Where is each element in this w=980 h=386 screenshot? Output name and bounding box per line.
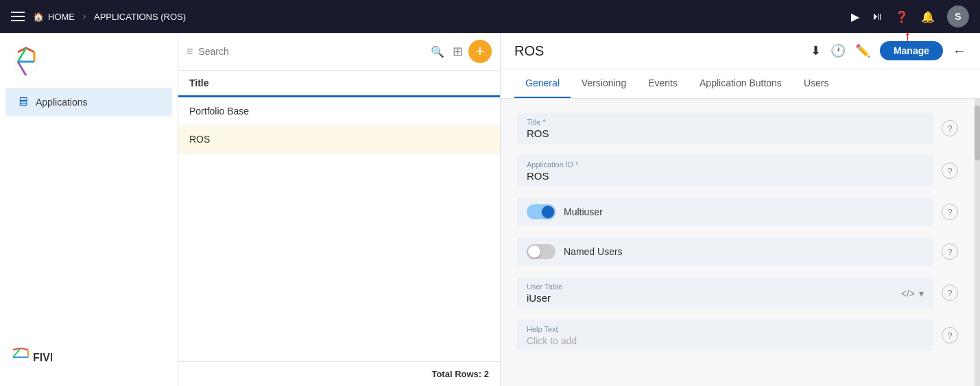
- detail-scrollbar[interactable]: [975, 99, 980, 386]
- media-icon[interactable]: ⏯: [872, 10, 883, 23]
- namedusers-row: Named Users ?: [517, 237, 958, 266]
- detail-tabs: General Versioning Events Application Bu…: [501, 69, 980, 99]
- detail-panel: ROS ⬇ 🕐 ✏️ Manage ↑ ← General Versioning…: [501, 33, 980, 386]
- multiuser-help-icon[interactable]: ?: [942, 204, 958, 220]
- title-help-icon[interactable]: ?: [942, 120, 958, 136]
- helptext-label: Help Text: [527, 325, 924, 333]
- tab-versioning[interactable]: Versioning: [571, 69, 637, 98]
- top-nav: 🏠 HOME › APPLICATIONS (ROS) ▶ ⏯ ❓ 🔔 S: [0, 0, 980, 33]
- usertable-field[interactable]: User Table iUser </> ▾: [517, 277, 933, 309]
- manage-button[interactable]: Manage: [880, 41, 943, 60]
- five-logo-icon: [11, 47, 41, 77]
- history-icon[interactable]: 🕐: [830, 43, 846, 58]
- detail-actions: ⬇ 🕐 ✏️ Manage ↑ ←: [811, 41, 966, 60]
- add-button[interactable]: +: [468, 40, 492, 63]
- layout-icon[interactable]: ⊞: [453, 44, 463, 59]
- multiuser-toggle[interactable]: [527, 204, 555, 219]
- edit-icon[interactable]: ✏️: [855, 43, 870, 58]
- appid-row: Application ID * ROS ?: [517, 155, 958, 186]
- breadcrumb-current: APPLICATIONS (ROS): [94, 12, 186, 22]
- list-footer: Total Rows: 2: [178, 361, 500, 386]
- helptext-help-icon[interactable]: ?: [942, 327, 958, 343]
- usertable-value: iUser: [527, 292, 551, 304]
- multiuser-row: Multiuser ?: [517, 197, 958, 226]
- appid-help-icon[interactable]: ?: [942, 162, 958, 179]
- user-avatar[interactable]: S: [947, 5, 969, 27]
- detail-title: ROS: [514, 43, 802, 59]
- bell-icon[interactable]: 🔔: [921, 10, 935, 23]
- table-header: Title: [178, 71, 500, 97]
- sidebar-item-label: Applications: [36, 97, 88, 108]
- main-layout: 🖥 Applications FIVE ≡ 🔍 ⊞ + Title: [0, 33, 980, 386]
- title-label: Title *: [527, 118, 924, 126]
- title-value: ROS: [527, 128, 549, 139]
- svg-text:FIVE: FIVE: [33, 352, 52, 363]
- download-icon[interactable]: ⬇: [811, 43, 821, 58]
- scrollbar-thumb: [975, 106, 980, 160]
- column-title: Title: [189, 77, 209, 88]
- search-input[interactable]: [198, 46, 425, 57]
- appid-label: Application ID *: [527, 160, 924, 169]
- home-icon: 🏠: [33, 12, 44, 22]
- helptext-row: Help Text Click to add ?: [517, 319, 958, 351]
- hamburger-menu[interactable]: [11, 12, 25, 21]
- total-rows: Total Rows: 2: [431, 369, 489, 379]
- title-row: Title * ROS ?: [517, 112, 958, 144]
- tab-appbuttons[interactable]: Application Buttons: [689, 69, 793, 98]
- chevron-down-icon[interactable]: ▾: [919, 288, 924, 299]
- nav-right: ▶ ⏯ ❓ 🔔 S: [851, 5, 969, 27]
- appid-value: ROS: [527, 170, 549, 182]
- back-button[interactable]: ←: [953, 43, 966, 59]
- helptext-field[interactable]: Help Text Click to add: [517, 319, 933, 351]
- multiuser-label: Multiuser: [564, 206, 924, 217]
- usertable-label: User Table: [527, 282, 901, 291]
- detail-header: ROS ⬇ 🕐 ✏️ Manage ↑ ←: [501, 33, 980, 69]
- list-panel: ≡ 🔍 ⊞ + Title Portfolio Base ROS Total R…: [178, 33, 501, 386]
- applications-icon: 🖥: [16, 95, 29, 109]
- table-row[interactable]: Portfolio Base: [178, 97, 500, 125]
- five-bottom-logo: FIVE: [11, 348, 52, 367]
- tab-users[interactable]: Users: [793, 69, 840, 98]
- row-title: ROS: [189, 134, 210, 145]
- appid-field[interactable]: Application ID * ROS: [517, 155, 933, 186]
- tab-general[interactable]: General: [514, 69, 571, 98]
- breadcrumb-sep: ›: [83, 12, 86, 21]
- home-link[interactable]: 🏠 HOME: [33, 12, 75, 22]
- namedusers-label: Named Users: [564, 246, 924, 257]
- row-title: Portfolio Base: [189, 106, 249, 117]
- sidebar: 🖥 Applications FIVE: [0, 33, 178, 386]
- tab-events[interactable]: Events: [637, 69, 689, 98]
- home-label: HOME: [48, 12, 75, 22]
- filter-icon[interactable]: ≡: [187, 45, 193, 58]
- namedusers-toggle[interactable]: [527, 244, 555, 259]
- namedusers-help-icon[interactable]: ?: [942, 243, 958, 260]
- list-table: Title Portfolio Base ROS: [178, 71, 500, 361]
- title-field[interactable]: Title * ROS: [517, 112, 933, 144]
- usertable-help-icon[interactable]: ?: [942, 285, 958, 301]
- sidebar-item-applications[interactable]: 🖥 Applications: [5, 88, 172, 116]
- detail-content: Title * ROS ? Application ID * ROS ?: [501, 99, 975, 386]
- sidebar-bottom-logo: FIVE: [0, 339, 178, 378]
- code-icon[interactable]: </>: [901, 288, 915, 299]
- play-icon[interactable]: ▶: [851, 10, 859, 23]
- helptext-placeholder: Click to add: [527, 335, 577, 346]
- search-icon[interactable]: 🔍: [431, 45, 444, 58]
- help-icon[interactable]: ❓: [895, 10, 909, 23]
- table-row[interactable]: ROS: [178, 125, 500, 154]
- sidebar-logo: [0, 41, 178, 88]
- usertable-row: User Table iUser </> ▾ ?: [517, 277, 958, 309]
- list-toolbar: ≡ 🔍 ⊞ +: [178, 33, 500, 71]
